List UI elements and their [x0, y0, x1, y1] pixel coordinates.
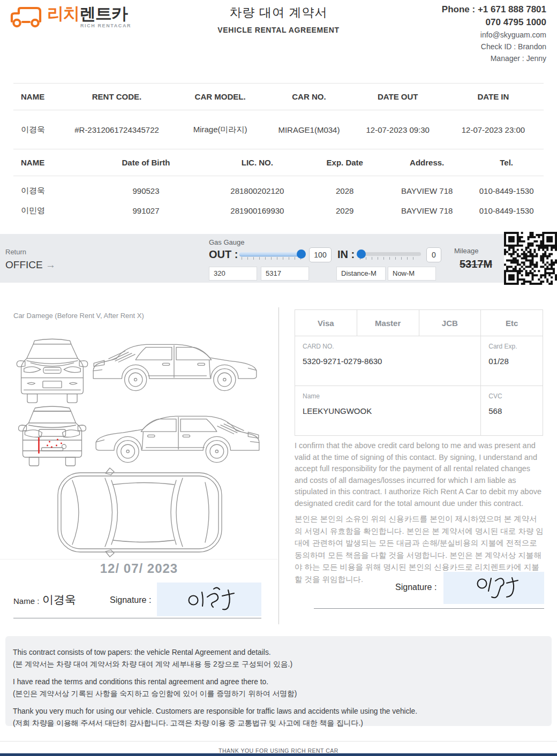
contract-date: 12/ 07/ 2023 — [0, 561, 278, 576]
brand-text: 리치렌트카 RICH RENTACAR — [47, 5, 131, 28]
card-exp-value: 01/28 — [488, 357, 543, 366]
driver-table: NAME Date of Birth LIC. NO. Exp. Date Ad… — [13, 149, 544, 221]
slider-track[interactable] — [239, 252, 305, 256]
car-damage-panel: Car Damege (Before Rent V, After Rent X) — [0, 307, 279, 624]
card-type-visa[interactable]: Visa — [295, 310, 357, 336]
cvc-label: CVC — [488, 392, 543, 400]
header-cell: DATE IN — [443, 92, 544, 101]
signature-label: Signature : — [395, 583, 436, 592]
gas-in-slider[interactable] — [358, 249, 421, 261]
page-title-english: VEHICLE RENTAL AGREEMENT — [171, 26, 386, 34]
driver-tel: 010-8449-1530 — [469, 186, 544, 195]
gas-in-label: IN : — [337, 248, 355, 261]
driver-address: BAYVIEW 718 — [385, 186, 469, 195]
car-no: MIRAGE1(M034) — [265, 125, 352, 134]
note-korean: (본 계약서는 차량 대여 계약서와 차량 대여 계약 세부내용 등 2장으로 … — [13, 659, 544, 670]
driver-name: 이경욱 — [13, 186, 82, 196]
driver-exp: 2028 — [305, 186, 385, 195]
gauge-bar: Return OFFICE → Gas Gauge OUT : 100 IN :… — [0, 234, 557, 283]
page-title-korean: 차량 대여 계약서 — [171, 4, 386, 21]
contact-phone-1: Phone : +1 671 888 7801 — [442, 3, 546, 16]
note-english: Thank you very much for using our vehicl… — [13, 706, 544, 717]
slider-ticks — [242, 257, 303, 260]
credit-card-table: Visa Master JCB Etc CARD NO. 5320-9271-0… — [295, 309, 543, 436]
confirmation-text-english: I confirm that the above credit card bel… — [295, 440, 544, 509]
table-row: 이경욱 #R-2312061724345722 Mirage(미라지) MIRA… — [13, 110, 544, 149]
bottom-accent-bar — [0, 753, 557, 756]
note-english: I have read the terms and conditions thi… — [13, 676, 544, 688]
driver-license: 281900169930 — [209, 206, 305, 215]
car-rear-view — [16, 402, 88, 477]
signature-label: Signature : — [110, 595, 151, 605]
header-cell: Exp. Date — [305, 158, 385, 167]
rental-table-header: NAME RENT CODE. CAR MODEL. CAR NO. DATE … — [13, 83, 544, 110]
slider-thumb[interactable] — [357, 250, 366, 259]
qr-code — [504, 232, 557, 285]
page-header: 리치렌트카 RICH RENTACAR 차량 대여 계약서 VEHICLE RE… — [0, 0, 557, 80]
renter-signature-box[interactable] — [157, 583, 261, 616]
divider — [0, 559, 278, 560]
driver-dob: 990523 — [82, 186, 210, 195]
header-cell: NAME — [13, 92, 58, 101]
note-item: Thank you very much for using our vehicl… — [13, 706, 544, 729]
car-side-view-right — [92, 402, 262, 477]
mileage-value: 5317M — [460, 258, 492, 270]
contact-info: Phone : +1 671 888 7801 070 4795 1000 in… — [442, 3, 546, 64]
note-korean: (본인은 계약서상 기록된 사항을 숙지하고 승인함에 있어 이를 증명하기 위… — [13, 688, 544, 700]
cardholder-signature-box[interactable] — [443, 572, 544, 604]
driver-license: 281800202120 — [209, 186, 305, 195]
header-cell: CAR MODEL. — [175, 92, 265, 101]
now-mileage-input[interactable] — [388, 267, 436, 281]
car-logo-icon — [10, 5, 44, 30]
card-no-label: CARD NO. — [303, 343, 480, 350]
brand-logo: 리치렌트카 RICH RENTACAR — [10, 5, 131, 30]
card-name-label: Name — [303, 392, 480, 400]
header-cell: NAME — [13, 158, 82, 167]
renter-signature-row: Name : 이경욱 Signature : — [13, 584, 261, 618]
cvc-value: 568 — [488, 406, 543, 415]
gas-in-value[interactable]: 0 — [426, 247, 441, 262]
note-korean: (저희 차량을 이용해 주셔서 대단히 감사합니다. 고객은 차량 이용 중 교… — [13, 717, 544, 729]
return-office-label: OFFICE — [5, 259, 43, 270]
contact-check-id: Check ID : Brandon — [442, 41, 546, 52]
distance-input[interactable] — [336, 267, 386, 281]
card-exp-label: Card Exp. — [488, 343, 543, 350]
note-item: This contract consists of tow papers: th… — [13, 647, 544, 670]
slider-thumb[interactable] — [297, 250, 306, 259]
header-cell: LIC. NO. — [209, 158, 305, 167]
car-damage-label: Car Damege (Before Rent V, After Rent X) — [13, 312, 144, 320]
cardholder-signature-image — [443, 572, 544, 604]
header-cell: Address. — [385, 158, 469, 167]
main-section: Car Damege (Before Rent V, After Rent X) — [0, 298, 557, 636]
table-row: 이경욱 990523 281800202120 2028 BAYVIEW 718… — [13, 181, 544, 201]
gas-out-slider[interactable] — [239, 249, 305, 261]
contact-manager: Manager : Jenny — [442, 52, 546, 64]
gas-gauge-label: Gas Gauge — [209, 238, 245, 246]
gas-out-value[interactable]: 100 — [309, 247, 332, 262]
name-label: Name : — [13, 596, 39, 606]
header-cell: Tel. — [469, 158, 544, 167]
driver-address: BAYVIEW 718 — [385, 206, 469, 215]
renter-name-value: 이경욱 — [42, 592, 76, 607]
table-row: 이민영 991027 281900169930 2029 BAYVIEW 718… — [13, 201, 544, 221]
gas-out-start-input[interactable] — [209, 267, 257, 281]
header-cell: RENT CODE. — [58, 92, 175, 101]
date-out: 12-07-2023 09:30 — [353, 125, 443, 134]
contact-phone-2: 070 4795 1000 — [442, 16, 546, 29]
card-no-value: 5320-9271-0279-8630 — [303, 357, 480, 366]
card-type-etc[interactable]: Etc — [481, 310, 543, 336]
renter-name: 이경욱 — [13, 125, 58, 135]
rent-code: #R-2312061724345722 — [58, 125, 175, 134]
driver-tel: 010-8449-1530 — [469, 206, 544, 215]
card-name-value: LEEKYUNGWOOK — [303, 406, 480, 415]
note-english: This contract consists of tow papers: th… — [13, 647, 544, 659]
gas-out-mileage-input[interactable] — [261, 267, 309, 281]
brand-subtitle: RICH RENTACAR — [80, 24, 131, 28]
card-type-jcb[interactable]: JCB — [419, 310, 481, 336]
mileage-label: Mileage — [454, 247, 492, 255]
driver-table-header: NAME Date of Birth LIC. NO. Exp. Date Ad… — [13, 149, 544, 176]
driver-name: 이민영 — [13, 206, 82, 216]
renter-signature-image — [157, 583, 261, 616]
card-type-master[interactable]: Master — [357, 310, 419, 336]
slider-track[interactable] — [358, 252, 421, 256]
